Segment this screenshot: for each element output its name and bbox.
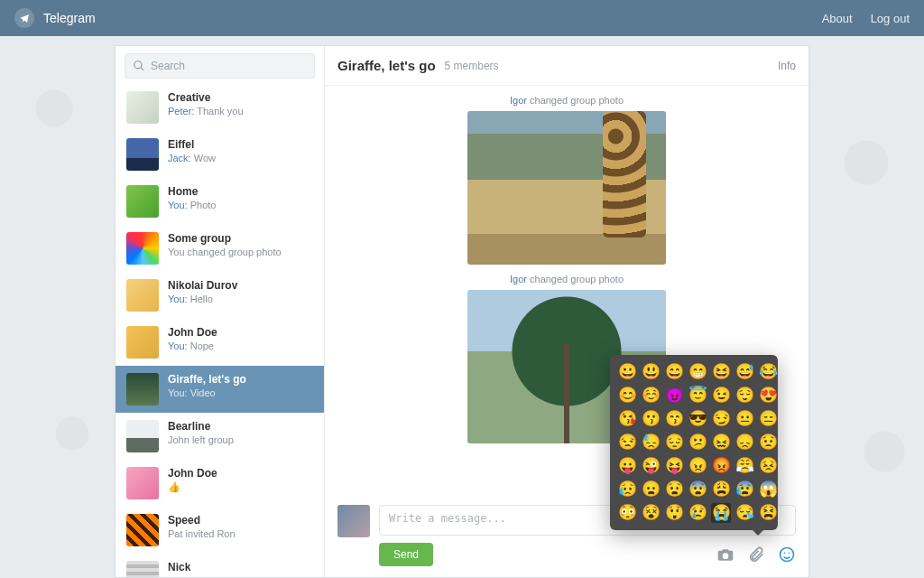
svg-point-1 — [784, 553, 786, 555]
camera-icon[interactable] — [716, 545, 735, 564]
avatar — [126, 138, 159, 171]
emoji-cell[interactable]: 😨 — [688, 480, 707, 499]
emoji-cell[interactable]: 😤 — [735, 456, 754, 476]
emoji-cell[interactable]: 😥 — [617, 480, 637, 499]
chat-item-title: John Doe — [168, 467, 313, 480]
emoji-cell[interactable]: 😇 — [688, 386, 707, 406]
chat-item-preview: You changed group photo — [168, 247, 313, 257]
chat-item[interactable]: Some groupYou changed group photo — [116, 225, 324, 272]
chat-item-preview: 👍 — [168, 481, 313, 493]
emoji-cell[interactable]: 😄 — [664, 362, 684, 382]
emoji-cell[interactable]: 😈 — [664, 386, 684, 406]
emoji-cell[interactable]: 😛 — [617, 456, 637, 476]
chat-item-title: Creative — [168, 91, 313, 104]
emoji-cell[interactable]: 😕 — [688, 433, 707, 452]
chat-item[interactable]: EiffelJack: Wow — [116, 131, 324, 178]
attach-icon[interactable] — [747, 545, 765, 564]
emoji-cell[interactable]: 😩 — [711, 480, 731, 499]
chat-item-preview: Jack: Wow — [168, 153, 313, 163]
send-button[interactable]: Send — [379, 543, 433, 566]
emoji-cell[interactable]: 😰 — [735, 480, 754, 499]
chat-pane: Giraffe, let's go 5 members Info Igor ch… — [325, 46, 808, 577]
emoji-cell[interactable]: 😂 — [758, 362, 778, 382]
chat-title: Giraffe, let's go — [337, 58, 436, 73]
avatar — [126, 91, 159, 124]
emoji-cell[interactable]: 😏 — [711, 409, 731, 429]
avatar — [126, 279, 159, 312]
emoji-cell[interactable]: 😳 — [617, 503, 637, 523]
about-link[interactable]: About — [822, 12, 853, 25]
logout-link[interactable]: Log out — [871, 12, 910, 25]
emoji-cell[interactable]: 😓 — [641, 433, 661, 452]
emoji-cell[interactable]: 😐 — [735, 409, 754, 429]
emoji-icon[interactable] — [778, 545, 796, 564]
system-message: Igor changed group photo — [334, 274, 799, 284]
avatar — [126, 326, 159, 359]
emoji-cell[interactable]: 😊 — [617, 386, 637, 406]
chat-item[interactable]: John DoeYou: Nope — [116, 319, 324, 366]
emoji-cell[interactable]: 😜 — [641, 456, 661, 476]
emoji-cell[interactable]: 😙 — [664, 409, 684, 429]
emoji-cell[interactable]: 😀 — [617, 362, 637, 382]
emoji-cell[interactable]: 😝 — [664, 456, 684, 476]
chat-item[interactable]: CreativePeter: Thank you — [116, 84, 324, 131]
chat-members: 5 members — [445, 60, 499, 72]
emoji-cell[interactable]: 😠 — [688, 456, 707, 476]
emoji-cell[interactable]: 😗 — [641, 409, 661, 429]
chat-item-title: Giraffe, let's go — [168, 373, 313, 386]
avatar — [126, 561, 159, 577]
avatar — [126, 232, 159, 265]
avatar — [126, 373, 159, 406]
chat-item-title: Bearline — [168, 420, 313, 433]
emoji-cell[interactable]: 😢 — [688, 503, 707, 523]
chat-item-preview: You: Hello — [168, 294, 313, 304]
chat-item[interactable]: SpeedPat invited Ron — [116, 507, 324, 554]
info-link[interactable]: Info — [778, 60, 796, 72]
app-window: CreativePeter: Thank youEiffelJack: WowH… — [115, 45, 809, 578]
emoji-cell[interactable]: 😞 — [735, 433, 754, 452]
emoji-cell[interactable]: 😁 — [688, 362, 707, 382]
chat-list[interactable]: CreativePeter: Thank youEiffelJack: WowH… — [116, 84, 324, 577]
emoji-cell[interactable]: 😘 — [617, 409, 637, 429]
emoji-cell[interactable]: 😉 — [711, 386, 731, 406]
chat-item[interactable]: Giraffe, let's goYou: Video — [116, 366, 324, 413]
search-input[interactable] — [125, 53, 315, 79]
emoji-cell[interactable]: 😖 — [711, 433, 731, 452]
chat-item[interactable]: John Doe👍 — [116, 460, 324, 507]
emoji-cell[interactable]: 😡 — [711, 456, 731, 476]
emoji-cell[interactable]: 😫 — [758, 503, 778, 523]
emoji-cell[interactable]: 😣 — [758, 456, 778, 476]
emoji-cell[interactable]: 😲 — [664, 503, 684, 523]
emoji-cell[interactable]: 😦 — [641, 480, 661, 499]
emoji-cell[interactable]: 😅 — [735, 362, 754, 382]
chat-item-preview: John left group — [168, 434, 313, 445]
emoji-cell[interactable]: 😃 — [641, 362, 661, 382]
emoji-cell[interactable]: 😵 — [641, 503, 661, 523]
emoji-cell[interactable]: 😎 — [688, 409, 707, 429]
system-message: Igor changed group photo — [334, 95, 799, 106]
emoji-cell[interactable]: 😭 — [711, 503, 731, 523]
emoji-cell[interactable]: 😒 — [617, 433, 637, 452]
svg-point-2 — [789, 553, 790, 555]
emoji-cell[interactable]: 😱 — [758, 480, 778, 499]
emoji-cell[interactable]: ☺️ — [641, 386, 661, 406]
emoji-cell[interactable]: 😪 — [735, 503, 754, 523]
emoji-cell[interactable]: 😌 — [735, 386, 754, 406]
emoji-cell[interactable]: 😍 — [758, 386, 778, 406]
chat-item-preview: You: Nope — [168, 340, 313, 351]
chat-item[interactable]: NickYou: Done — [116, 554, 324, 577]
chat-item[interactable]: BearlineJohn left group — [116, 413, 324, 460]
emoji-cell[interactable]: 😟 — [758, 433, 778, 452]
emoji-cell[interactable]: 😔 — [664, 433, 684, 452]
chat-item-title: Nikolai Durov — [168, 279, 313, 292]
group-photo-image[interactable] — [467, 111, 666, 265]
emoji-cell[interactable]: 😧 — [664, 480, 684, 499]
chat-item[interactable]: HomeYou: Photo — [116, 178, 324, 225]
avatar — [126, 420, 159, 452]
chat-item[interactable]: Nikolai DurovYou: Hello — [116, 272, 324, 319]
avatar — [126, 514, 159, 546]
emoji-picker[interactable]: 😀😃😄😁😆😅😂😊☺️😈😇😉😌😍😘😗😙😎😏😐😑😒😓😔😕😖😞😟😛😜😝😠😡😤😣😥😦😧😨… — [610, 355, 778, 530]
emoji-cell[interactable]: 😆 — [711, 362, 731, 382]
emoji-cell[interactable]: 😑 — [758, 409, 778, 429]
chat-item-preview: Pat invited Ron — [168, 528, 313, 539]
